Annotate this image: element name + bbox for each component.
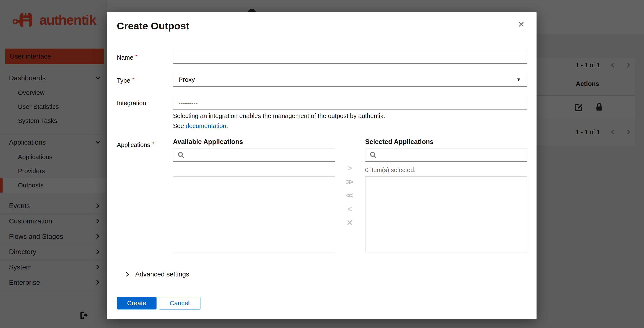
remove-selected-button[interactable]: < [348, 203, 352, 215]
add-selected-button[interactable]: > [348, 162, 352, 174]
close-icon[interactable]: ✕ [518, 20, 524, 28]
integration-help-line2: See documentation. [173, 123, 228, 130]
chevron-right-icon [124, 271, 130, 277]
selected-search-input[interactable] [380, 149, 523, 162]
documentation-link[interactable]: documentation [186, 123, 226, 129]
create-outpost-modal: Create Outpost ✕ Name* Type* Proxy ▼ Int… [106, 12, 536, 319]
selected-applications-title: Selected Applications [365, 138, 434, 146]
required-marker: * [152, 141, 154, 147]
remove-all-button[interactable]: << [346, 189, 353, 202]
name-label: Name* [117, 54, 138, 61]
integration-select-value: --------- [178, 99, 198, 107]
search-icon [369, 151, 377, 159]
selected-count-text: 0 item(s) selected. [365, 166, 416, 173]
available-search-wrapper [173, 149, 335, 162]
available-applications-title: Available Applications [173, 138, 243, 146]
name-input[interactable] [178, 50, 522, 63]
selected-applications-listbox[interactable] [365, 176, 527, 252]
applications-label: Applications* [117, 141, 154, 149]
select-caret-icon: ▼ [516, 77, 521, 82]
clear-selection-button[interactable]: ✕ [346, 217, 353, 229]
required-marker: * [136, 54, 137, 59]
integration-label: Integration [117, 100, 146, 107]
required-marker: * [132, 77, 134, 82]
advanced-settings-label: Advanced settings [135, 271, 189, 278]
modal-title: Create Outpost [117, 20, 189, 32]
create-button[interactable]: Create [117, 297, 156, 310]
type-select-value: Proxy [178, 76, 195, 83]
type-select[interactable]: Proxy ▼ [173, 73, 527, 87]
available-search-input[interactable] [188, 149, 331, 162]
integration-select[interactable]: --------- [173, 96, 527, 110]
cancel-button[interactable]: Cancel [159, 297, 200, 310]
add-all-button[interactable]: >> [346, 176, 353, 188]
advanced-settings-toggle[interactable]: Advanced settings [124, 269, 189, 280]
available-applications-listbox[interactable] [173, 176, 335, 252]
dual-list-controls: > >> << < ✕ [343, 162, 356, 229]
name-field-wrapper [173, 50, 527, 64]
integration-help-text: Selecting an integration enables the man… [173, 113, 385, 120]
type-label: Type* [117, 77, 134, 84]
selected-search-wrapper [365, 149, 527, 162]
search-icon [177, 151, 185, 159]
